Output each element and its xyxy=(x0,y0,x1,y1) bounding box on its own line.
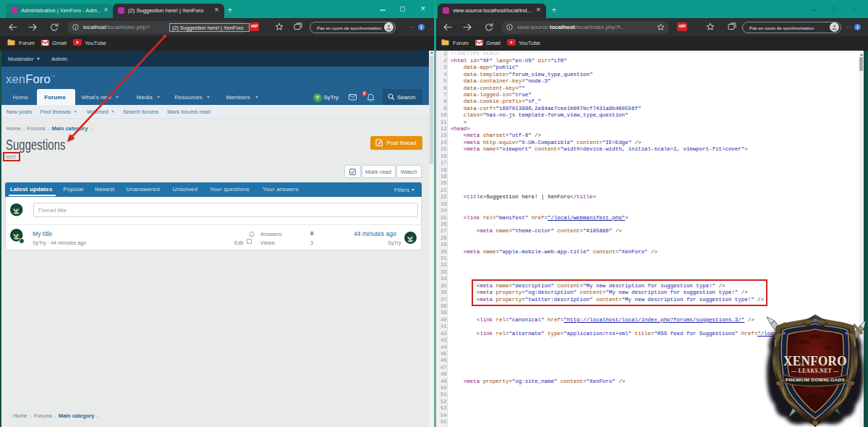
svg-text:— LEAKS.NET —: — LEAKS.NET — xyxy=(791,368,839,374)
svg-text:XENFORO: XENFORO xyxy=(783,353,847,368)
svg-text:· PREMIUM DOWNLOADS ·: · PREMIUM DOWNLOADS · xyxy=(782,377,848,382)
